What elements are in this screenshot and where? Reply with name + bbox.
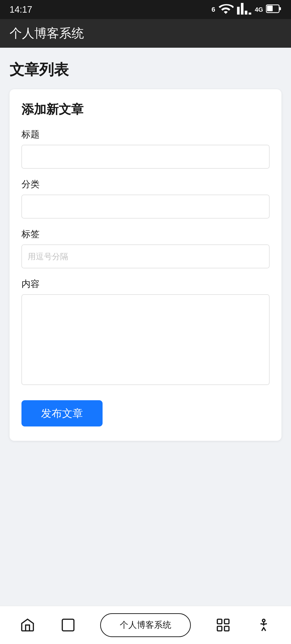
grid-apps-icon	[215, 617, 231, 634]
svg-rect-4	[217, 619, 222, 624]
nav-home[interactable]	[19, 617, 36, 634]
title-input[interactable]	[22, 145, 270, 169]
category-label: 分类	[22, 178, 270, 190]
cellular-icon	[236, 1, 252, 18]
title-form-group: 标题	[22, 128, 270, 169]
nav-apps[interactable]	[215, 617, 231, 634]
svg-rect-6	[217, 626, 222, 631]
category-form-group: 分类	[22, 178, 270, 218]
app-header: 个人博客系统	[0, 19, 291, 48]
tags-label: 标签	[22, 228, 270, 240]
svg-rect-3	[62, 619, 74, 631]
4g-label: 4G	[255, 6, 263, 13]
wifi-icon	[218, 1, 234, 18]
card-title: 添加新文章	[22, 101, 270, 118]
svg-rect-2	[279, 7, 281, 10]
title-label: 标题	[22, 128, 270, 140]
add-article-card: 添加新文章 标题 分类 标签 内容 发布文章	[10, 89, 282, 441]
svg-rect-7	[224, 626, 229, 631]
page-title: 文章列表	[10, 60, 282, 80]
status-icons: 6 4G	[212, 1, 282, 18]
nav-recent[interactable]	[60, 617, 76, 634]
recent-apps-icon	[60, 617, 76, 634]
tags-form-group: 标签	[22, 228, 270, 268]
category-input[interactable]	[22, 195, 270, 218]
app-header-title: 个人博客系统	[10, 25, 84, 42]
svg-rect-5	[224, 619, 229, 624]
main-content: 文章列表 添加新文章 标题 分类 标签 内容 发布文章	[0, 48, 291, 606]
nav-center-label: 个人博客系统	[120, 619, 171, 631]
battery-icon	[266, 1, 282, 18]
home-icon	[19, 617, 36, 634]
status-bar: 14:17 6 4G	[0, 0, 291, 19]
svg-rect-1	[267, 6, 273, 11]
svg-point-8	[262, 619, 265, 622]
tags-input[interactable]	[22, 244, 270, 268]
content-label: 内容	[22, 278, 270, 290]
status-time: 14:17	[10, 4, 32, 15]
bottom-nav: 个人博客系统	[0, 606, 291, 644]
submit-button[interactable]: 发布文章	[22, 400, 102, 426]
accessibility-icon	[255, 617, 272, 634]
signal-6-icon: 6	[212, 6, 216, 13]
content-form-group: 内容	[22, 278, 270, 386]
content-textarea[interactable]	[22, 294, 270, 385]
nav-menu[interactable]	[255, 617, 272, 634]
nav-center-button[interactable]: 个人博客系统	[100, 613, 191, 637]
